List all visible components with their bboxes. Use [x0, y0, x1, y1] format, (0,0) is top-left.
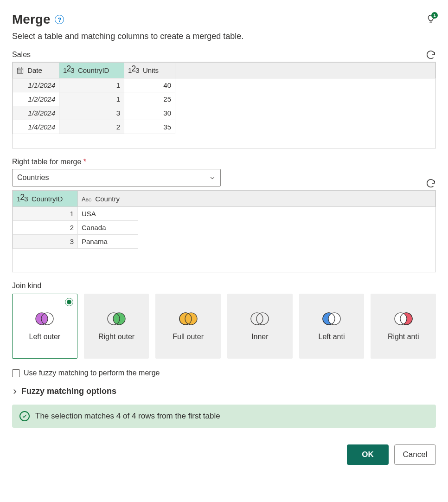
venn-left-outer-icon [33, 311, 56, 326]
table-row[interactable]: 3Panama [13, 235, 435, 249]
svg-point-15 [185, 313, 197, 325]
ok-button[interactable]: OK [347, 444, 389, 465]
table-row[interactable]: 1USA [13, 207, 435, 221]
cancel-button[interactable]: Cancel [394, 444, 436, 465]
table-row[interactable]: 1/1/2024140 [13, 78, 435, 92]
join-full-outer[interactable]: Full outer [155, 294, 221, 359]
svg-point-18 [256, 313, 269, 325]
table-row[interactable]: 1/2/2024125 [13, 92, 435, 106]
join-inner[interactable]: Inner [227, 294, 293, 359]
table1-name: Sales [12, 51, 31, 59]
col-header-countryid[interactable]: 123 CountryID [13, 191, 78, 207]
chevron-right-icon [12, 389, 18, 394]
svg-point-8 [20, 72, 20, 72]
svg-point-4 [19, 71, 19, 71]
number-type-icon: 123 [63, 65, 74, 75]
svg-point-17 [251, 313, 263, 325]
fuzzy-matching-checkbox[interactable] [12, 369, 20, 377]
venn-left-anti-icon [320, 311, 343, 326]
table2[interactable]: 123 CountryID ABC Country 1USA 2Canada 3… [13, 191, 435, 249]
svg-point-10 [36, 313, 48, 325]
col-header-countryid[interactable]: 123 CountryID [59, 63, 124, 78]
status-banner: The selection matches 4 of 4 rows from t… [12, 405, 436, 428]
refresh-icon[interactable] [426, 178, 436, 188]
venn-right-anti-icon [392, 311, 415, 326]
svg-point-20 [328, 313, 340, 325]
table-row[interactable]: 1/4/2024235 [13, 120, 435, 134]
venn-right-outer-icon [105, 311, 128, 326]
page-title: Merge [12, 12, 50, 27]
svg-point-12 [113, 313, 125, 325]
svg-point-23 [395, 313, 407, 325]
radio-selected-icon [65, 298, 73, 306]
svg-point-5 [20, 71, 20, 71]
fuzzy-options-expander[interactable]: Fuzzy matching options [12, 386, 436, 396]
venn-full-outer-icon [177, 311, 199, 326]
svg-point-6 [21, 71, 22, 71]
tips-button[interactable]: 1 [426, 14, 436, 26]
number-type-icon: 123 [17, 194, 28, 204]
join-right-outer[interactable]: Right outer [84, 294, 149, 359]
chevron-down-icon [209, 174, 216, 181]
svg-point-7 [19, 72, 19, 72]
col-header-units[interactable]: 123 Units [124, 63, 175, 78]
table1[interactable]: Date 123 CountryID 123 Units 1/1/2024140… [13, 62, 435, 134]
table-row[interactable]: 1/3/2024330 [13, 106, 435, 120]
tips-badge: 1 [431, 12, 438, 19]
svg-point-9 [21, 72, 22, 72]
help-icon[interactable]: ? [55, 15, 64, 24]
venn-inner-icon [249, 311, 271, 326]
join-left-anti[interactable]: Left anti [299, 294, 365, 359]
subtitle: Select a table and matching columns to c… [12, 32, 436, 41]
check-circle-icon [19, 411, 30, 421]
join-left-outer[interactable]: Left outer [12, 294, 77, 359]
fuzzy-matching-label: Use fuzzy matching to perform the merge [24, 369, 160, 377]
join-kind-label: Join kind [12, 282, 436, 290]
number-type-icon: 123 [128, 65, 139, 75]
text-type-icon: ABC [82, 196, 91, 203]
right-table-label: Right table for merge [12, 158, 81, 166]
join-kind-selector: Left outer Right outer Full outer Inner [12, 294, 436, 359]
right-table-dropdown[interactable]: Countries [12, 169, 221, 187]
col-header-date[interactable]: Date [13, 63, 59, 78]
join-right-anti[interactable]: Right anti [371, 294, 436, 359]
refresh-icon[interactable] [426, 50, 436, 60]
col-header-country[interactable]: ABC Country [78, 191, 138, 207]
table-row[interactable]: 2Canada [13, 221, 435, 235]
